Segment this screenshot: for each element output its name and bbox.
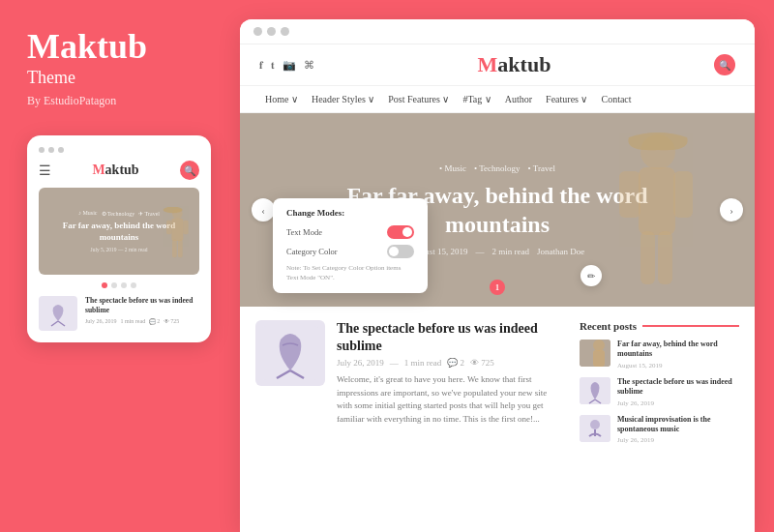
svg-rect-11 [639, 167, 675, 235]
recent-item-1-title: Far far away, behind the word mountains [617, 340, 739, 360]
hero-meta: August 15, 2019 — 2 min read Jonathan Do… [410, 247, 585, 256]
twitter-icon[interactable]: 𝐭 [271, 59, 275, 72]
hero-tag-travel: Travel [528, 163, 555, 173]
main-post-excerpt: Welcome, it's great to have you here. We… [337, 373, 564, 426]
mobile-post-date: July 26, 2019 [85, 318, 117, 325]
instagram-icon[interactable]: 📷 [283, 59, 296, 72]
mobile-tag-tech: ⚙ Technology [102, 210, 135, 217]
mobile-dots [39, 147, 199, 153]
theme-label: Theme [27, 68, 213, 88]
hero-read: 2 min read [492, 247, 530, 256]
recent-item-3-title: Musical improvisation is the spontaneous… [617, 415, 739, 435]
nav-post-features[interactable]: Post Features ∨ [382, 92, 455, 106]
mobile-dot-2 [48, 147, 54, 153]
hero-next-button[interactable]: › [720, 198, 743, 222]
svg-rect-2 [166, 221, 171, 235]
mobile-header: ☰ Maktub 🔍 [39, 161, 199, 180]
facebook-icon[interactable]: 𝐟 [259, 59, 263, 72]
mobile-post-views: 👁 725 [164, 318, 179, 325]
nav-contact[interactable]: Contact [595, 92, 637, 106]
left-panel: Maktub Theme By EstudioPatagon ☰ Maktub … [0, 0, 240, 532]
site-nav: Home ∨ Header Styles ∨ Post Features ∨ #… [240, 86, 755, 113]
recent-item-3-date: July 26, 2019 [617, 436, 739, 444]
post-date: July 26, 2019 [337, 358, 384, 368]
category-color-toggle[interactable] [387, 245, 414, 258]
mobile-nav-dots [39, 282, 199, 288]
mobile-dot-3 [58, 147, 64, 153]
change-modes-title: Change Modes: [286, 208, 414, 218]
mobile-hamburger-icon[interactable]: ☰ [39, 163, 51, 179]
float-edit-button[interactable]: ✏ [580, 265, 602, 286]
mobile-nav-dot-4[interactable] [131, 282, 136, 288]
site-content: Music Technology Travel Far far away, be… [240, 113, 755, 532]
recent-item-2: The spectacle before us was indeed subli… [580, 377, 739, 407]
mobile-dot-1 [39, 147, 45, 153]
site-search-button[interactable]: 🔍 [714, 54, 735, 75]
hero-figure [600, 133, 697, 307]
svg-rect-13 [673, 171, 693, 218]
mobile-post: The spectacle before us was indeed subli… [39, 296, 199, 331]
nav-author[interactable]: Author [499, 92, 538, 106]
recent-posts: Recent posts Far far away, beh [580, 320, 739, 452]
recent-posts-title: Recent posts [580, 320, 637, 332]
recent-item-1-body: Far far away, behind the word mountains … [617, 340, 739, 369]
category-color-label: Category Color [286, 247, 338, 256]
svg-rect-14 [640, 231, 655, 284]
hero-prev-button[interactable]: ‹ [252, 198, 275, 222]
by-label: By EstudioPatagon [27, 94, 213, 108]
text-mode-label: Text Mode [286, 227, 322, 237]
posts-area: The spectacle before us was indeed subli… [240, 307, 755, 465]
svg-rect-15 [658, 231, 672, 284]
hero-separator: — [476, 247, 485, 256]
toggle-thumb [402, 227, 412, 237]
post-read: 1 min read [404, 358, 442, 368]
mobile-post-comments: 💬 2 [149, 318, 160, 325]
browser-circle-1 [253, 27, 262, 36]
site-header: 𝐟 𝐭 📷 ⌘ Maktub 🔍 [240, 44, 755, 86]
text-mode-toggle[interactable] [387, 225, 414, 239]
recent-item-1-thumb [580, 340, 610, 367]
svg-rect-5 [178, 240, 183, 258]
svg-rect-4 [172, 240, 177, 258]
hero-tag-tech: Technology [474, 163, 521, 173]
mobile-post-content: The spectacle before us was indeed subli… [85, 296, 199, 325]
text-mode-row: Text Mode [286, 225, 414, 239]
mobile-hero-figure [155, 207, 194, 275]
hero-area: Music Technology Travel Far far away, be… [240, 113, 755, 532]
post-separator: — [390, 358, 399, 368]
nav-tag[interactable]: #Tag ∨ [457, 92, 496, 106]
mobile-nav-dot-3[interactable] [121, 282, 127, 288]
change-modes-popup: Change Modes: Text Mode Category Color N… [273, 198, 428, 293]
mobile-search-button[interactable]: 🔍 [180, 161, 199, 180]
mobile-mockup: ☰ Maktub 🔍 ♪ Music ⚙ Technology ✈ Travel… [27, 135, 211, 342]
recent-item-2-thumb [580, 377, 610, 404]
recent-item-3: Musical improvisation is the spontaneous… [580, 415, 739, 445]
post-comments: 💬 2 [447, 358, 464, 368]
mobile-post-thumbnail [39, 296, 77, 331]
svg-point-26 [590, 420, 600, 429]
recent-item-3-body: Musical improvisation is the spontaneous… [617, 415, 739, 445]
hero-tag-music: Music [439, 163, 466, 173]
nav-header-styles[interactable]: Header Styles ∨ [306, 92, 380, 106]
nav-features[interactable]: Features ∨ [540, 92, 593, 106]
recent-item-3-thumb [580, 415, 610, 442]
browser-bar [240, 19, 755, 44]
mobile-nav-dot-2[interactable] [111, 282, 117, 288]
svg-rect-3 [183, 221, 188, 235]
mobile-brand: Maktub [92, 163, 138, 178]
svg-point-20 [593, 340, 605, 351]
mobile-nav-dot-1[interactable] [102, 282, 107, 288]
change-modes-note: Note: To Set Category Color Option items… [286, 264, 414, 283]
mobile-hero-meta: July 5, 2019 — 2 min read [91, 247, 148, 252]
rss-icon[interactable]: ⌘ [304, 59, 314, 72]
mobile-hero: ♪ Music ⚙ Technology ✈ Travel Far far aw… [39, 188, 199, 275]
recent-item-2-body: The spectacle before us was indeed subli… [617, 377, 739, 407]
mobile-hero-tags: ♪ Music ⚙ Technology ✈ Travel [78, 210, 160, 217]
recent-item-2-date: July 26, 2019 [617, 399, 739, 407]
main-post-thumbnail [255, 320, 325, 386]
main-post-meta: July 26, 2019 — 1 min read 💬 2 👁 725 [337, 358, 564, 368]
hero-author: Jonathan Doe [537, 247, 584, 256]
nav-home[interactable]: Home ∨ [259, 92, 304, 106]
recent-header-line [642, 325, 739, 327]
browser-circle-3 [281, 27, 289, 36]
